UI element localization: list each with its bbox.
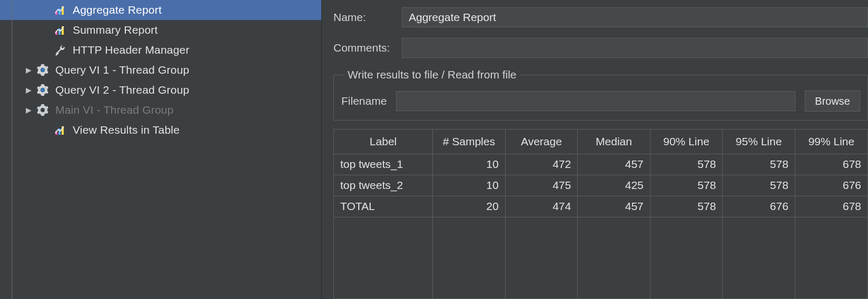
cell-value: 10	[433, 175, 506, 196]
column-header[interactable]: Median	[578, 129, 650, 154]
tree-item-label: HTTP Header Manager	[73, 44, 190, 56]
file-group: Write results to file / Read from file F…	[333, 68, 868, 121]
comments-input[interactable]	[402, 38, 868, 58]
cell-value: 578	[723, 175, 795, 196]
tree-item-label: Query VI 1 - Thread Group	[55, 64, 189, 76]
comments-label: Comments:	[333, 42, 402, 54]
name-input[interactable]	[402, 7, 868, 27]
browse-button[interactable]: Browse	[805, 91, 860, 112]
filename-input[interactable]	[396, 91, 795, 111]
cell-value: 472	[505, 154, 578, 175]
cell-label: TOTAL	[334, 196, 433, 217]
results-table-wrap: Label# SamplesAverageMedian90% Line95% L…	[333, 129, 868, 299]
gear-icon	[35, 83, 50, 97]
cell-value: 676	[723, 196, 795, 217]
tree-item-http-header-manager[interactable]: HTTP Header Manager	[0, 40, 321, 60]
cell-label: top tweets_2	[334, 175, 433, 196]
disclosure-triangle-icon[interactable]: ▶	[24, 86, 33, 94]
column-header[interactable]: 90% Line	[650, 129, 723, 154]
gear-icon	[35, 63, 50, 77]
filename-label: Filename	[341, 95, 387, 107]
cell-value: 578	[650, 196, 723, 217]
file-group-legend: Write results to file / Read from file	[344, 68, 520, 81]
results-table: Label# SamplesAverageMedian90% Line95% L…	[334, 129, 867, 299]
disclosure-triangle-icon[interactable]: ▶	[24, 106, 33, 114]
disclosure-triangle-icon[interactable]: ▶	[24, 66, 33, 74]
cell-value: 578	[650, 154, 723, 175]
column-header[interactable]: Label	[334, 129, 433, 154]
cell-value: 457	[578, 154, 650, 175]
column-header[interactable]: Average	[505, 129, 578, 154]
tree-item-main-vi-thread-group[interactable]: ▶Main VI - Thread Group	[0, 100, 321, 120]
name-label: Name:	[333, 11, 402, 24]
tree-item-view-results-in-table[interactable]: View Results in Table	[0, 120, 321, 140]
tree-item-aggregate-report[interactable]: Aggregate Report	[0, 0, 321, 20]
tree-item-label: Aggregate Report	[73, 4, 162, 16]
cell-value: 678	[795, 154, 867, 175]
column-header[interactable]: 99% Line	[795, 129, 867, 154]
cell-value: 475	[505, 175, 578, 196]
cell-value: 20	[433, 196, 506, 217]
column-header[interactable]: 95% Line	[723, 129, 795, 154]
cell-value: 425	[578, 175, 650, 196]
cell-value: 10	[433, 154, 506, 175]
cell-label: top tweets_1	[334, 154, 433, 175]
table-row[interactable]: top tweets_110472457578578678	[334, 154, 867, 175]
cell-value: 678	[795, 196, 867, 217]
report-icon	[53, 123, 67, 137]
main-panel: Name: Comments: Write results to file / …	[322, 0, 868, 299]
cell-value: 676	[795, 175, 867, 196]
tree-item-label: Summary Report	[73, 24, 158, 36]
gear-icon	[35, 103, 50, 117]
report-icon	[53, 3, 67, 17]
cell-value: 474	[505, 196, 578, 217]
table-row[interactable]: top tweets_210475425578578676	[334, 175, 867, 196]
tree-sidebar: Aggregate ReportSummary ReportHTTP Heade…	[0, 0, 322, 299]
table-row[interactable]: TOTAL20474457578676678	[334, 196, 867, 217]
table-filler	[334, 217, 867, 299]
cell-value: 457	[578, 196, 650, 217]
tree-item-label: Main VI - Thread Group	[55, 104, 174, 116]
tree-item-label: View Results in Table	[73, 124, 180, 136]
tree-item-query-vi-2-thread-group[interactable]: ▶Query VI 2 - Thread Group	[0, 80, 321, 100]
tree-item-label: Query VI 2 - Thread Group	[55, 84, 189, 96]
cell-value: 578	[650, 175, 723, 196]
wrench-icon	[53, 43, 67, 57]
cell-value: 578	[723, 154, 795, 175]
report-icon	[53, 23, 67, 37]
tree-item-query-vi-1-thread-group[interactable]: ▶Query VI 1 - Thread Group	[0, 60, 321, 80]
tree-item-summary-report[interactable]: Summary Report	[0, 20, 321, 40]
column-header[interactable]: # Samples	[433, 129, 506, 154]
